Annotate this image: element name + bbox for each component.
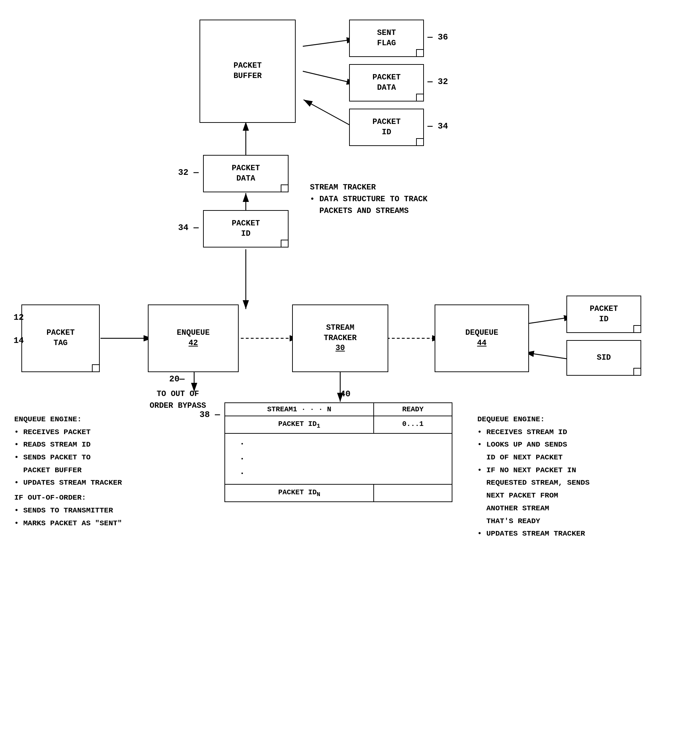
enqueue-bullet3: • SENDS PACKET TO [14, 451, 122, 464]
table-dots2: · [240, 452, 245, 467]
packet-id-mid-box: PACKETID [203, 210, 288, 248]
ref-32-top: — 32 [428, 76, 448, 88]
enqueue-bullet2: • READS STREAM ID [14, 438, 122, 451]
stream-table: STREAM1 · · · N READY PACKET ID1 0...1 ·… [224, 402, 452, 502]
packet-id-mid-label: PACKETID [232, 219, 260, 239]
stream-tracker-desc: STREAM TRACKER • DATA STRUCTURE TO TRACK… [310, 182, 428, 217]
ref-34-mid: 34 — [178, 222, 199, 234]
ref-36: — 36 [428, 31, 448, 43]
table-row1-col1: PACKET ID1 [225, 416, 374, 433]
ref-34-top: — 34 [428, 120, 448, 132]
table-col2-header: READY [374, 403, 452, 416]
dequeue-bullet3d: ANOTHER STREAM [477, 502, 590, 515]
packet-buffer-label: PACKET BUFFER [233, 61, 262, 81]
dequeue-bullet3e: THAT'S READY [477, 515, 590, 528]
stream-tracker-number: 30 [324, 343, 357, 354]
stream-tracker-box: STREAMTRACKER 30 [292, 304, 388, 372]
table-header: STREAM1 · · · N READY [225, 403, 452, 416]
table-dots3: · [240, 466, 245, 481]
svg-line-4 [303, 100, 356, 128]
table-dots: · [240, 437, 245, 452]
sid-right-label: SID [597, 353, 611, 363]
svg-line-3 [303, 71, 356, 84]
enqueue-engine-desc: ENQUEUE ENGINE: • RECEIVES PACKET • READ… [14, 413, 122, 530]
packet-data-mid-box: PACKETDATA [203, 155, 288, 192]
dequeue-engine-title: DEQUEUE ENGINE: [477, 413, 590, 426]
packet-id-right-label: PACKETID [590, 304, 618, 324]
stream-tracker-desc-title: STREAM TRACKER [310, 182, 428, 193]
ref-20: 20— [169, 373, 185, 385]
enqueue-bullet1: • RECEIVES PACKET [14, 426, 122, 439]
sent-flag-label: SENTFLAG [377, 28, 396, 48]
table-col1-header: STREAM1 · · · N [225, 403, 374, 416]
table-rowN-col1: PACKET IDN [225, 485, 374, 501]
enqueue-if: IF OUT-OF-ORDER: [14, 492, 122, 504]
enqueue-box: ENQUEUE 42 [148, 304, 239, 372]
svg-line-12 [525, 352, 573, 360]
packet-data-mid-label: PACKETDATA [232, 163, 260, 184]
enqueue-bullet3b: PACKET BUFFER [14, 464, 122, 477]
to-out-of-order: TO OUT OFORDER BYPASS [150, 388, 206, 412]
dequeue-box: DEQUEUE 44 [435, 304, 529, 372]
packet-id-right-box: PACKETID [566, 295, 641, 333]
ref-12: 12 [13, 311, 24, 324]
packet-buffer-box: PACKET BUFFER [200, 20, 296, 123]
enqueue-bullet6: • MARKS PACKET AS "SENT" [14, 517, 122, 530]
enqueue-bullet4: • UPDATES STREAM TRACKER [14, 476, 122, 489]
packet-data-top-box: PACKETDATA [349, 64, 424, 101]
packet-tag-box: PACKETTAG [21, 304, 100, 372]
dequeue-bullet3b: REQUESTED STREAM, SENDS [477, 476, 590, 489]
enqueue-number: 42 [177, 338, 209, 349]
enqueue-label: ENQUEUE [177, 328, 209, 338]
ref-40: 40 [340, 388, 350, 400]
svg-line-2 [303, 39, 356, 46]
ref-14: 14 [13, 335, 24, 347]
sid-right-box: SID [566, 340, 641, 376]
stream-tracker-label: STREAMTRACKER [324, 323, 357, 343]
dequeue-bullet1: • RECEIVES STREAM ID [477, 426, 590, 439]
stream-tracker-desc-bullet2: PACKETS AND STREAMS [310, 205, 428, 217]
dequeue-label: DEQUEUE [465, 328, 498, 338]
table-row1-col2: 0...1 [374, 416, 452, 433]
dequeue-number: 44 [465, 338, 498, 349]
packet-id-top-box: PACKETID [349, 109, 424, 146]
enqueue-bullet5: • SENDS TO TRANSMITTER [14, 504, 122, 517]
table-rowN-col2 [374, 485, 452, 501]
stream-tracker-desc-bullet1: • DATA STRUCTURE TO TRACK [310, 193, 428, 205]
ref-32-mid: 32 — [178, 167, 199, 179]
dequeue-engine-desc: DEQUEUE ENGINE: • RECEIVES STREAM ID • L… [477, 413, 590, 540]
sent-flag-box: SENTFLAG [349, 20, 424, 57]
dequeue-bullet3: • IF NO NEXT PACKET IN [477, 464, 590, 477]
packet-tag-label: PACKETTAG [46, 328, 75, 348]
dequeue-bullet4: • UPDATES STREAM TRACKER [477, 527, 590, 540]
dequeue-bullet2b: ID OF NEXT PACKET [477, 451, 590, 464]
packet-data-top-label: PACKETDATA [372, 73, 400, 93]
dequeue-bullet2: • LOOKS UP AND SENDS [477, 438, 590, 451]
dequeue-bullet3c: NEXT PACKET FROM [477, 489, 590, 502]
ref-38: 38 — [200, 409, 220, 421]
svg-line-11 [524, 317, 573, 324]
enqueue-engine-title: ENQUEUE ENGINE: [14, 413, 122, 426]
packet-id-top-label: PACKETID [372, 117, 400, 138]
